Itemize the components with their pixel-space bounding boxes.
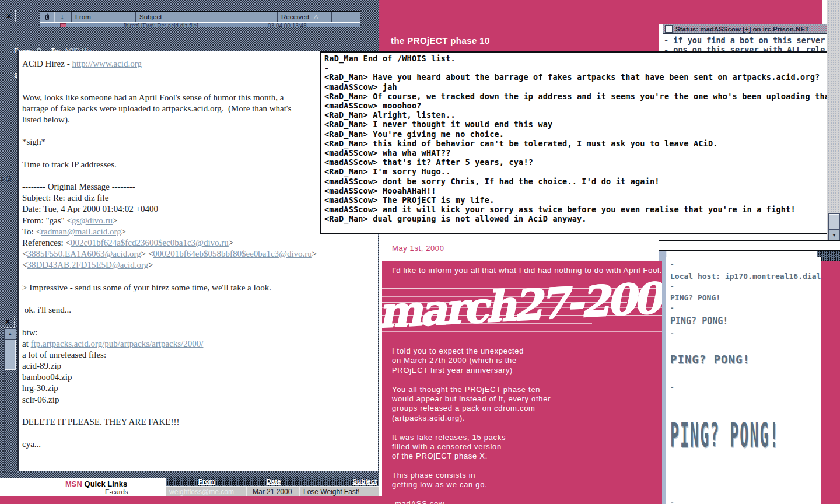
- hyperlink[interactable]: radman@mail.acid.org: [41, 227, 121, 236]
- text-segment: References: <: [22, 238, 71, 247]
- email-body-line: btw:: [22, 328, 378, 339]
- received-label: Received: [281, 13, 309, 20]
- close-button[interactable]: x: [1, 316, 15, 328]
- scrollbar-thumb[interactable]: [828, 214, 840, 230]
- project-date-line: May 1st, 2000: [392, 244, 444, 253]
- from-column-header[interactable]: From: [72, 12, 136, 22]
- text-segment: >: [121, 227, 126, 236]
- project-text-line: groups released a pack on cdrom.com: [392, 404, 551, 413]
- project-text-line: You all thought the PROjECT phase ten: [392, 385, 551, 394]
- ping-line: Local host: ip170.montreal16.dialu: [670, 272, 821, 281]
- hyperlink[interactable]: 002c01bf624a$fcd23600$ec0ba1c3@divo.ru: [71, 238, 229, 247]
- desktop-collage: Status: madASScow [+] on irc.Prison.NET …: [0, 0, 840, 504]
- project-text-line: would appear but instead of it, every ot…: [392, 394, 551, 404]
- inbox-table-header: From Date Subject: [166, 477, 379, 486]
- hyperlink[interactable]: 000201bf64eb$058bbf80$ee0ba1c3@divo.ru: [153, 249, 312, 258]
- email-body-line: [22, 272, 378, 283]
- text-segment: To: <: [22, 227, 41, 236]
- project-text-line: It was fake releases, 15 packs: [392, 433, 551, 442]
- email-body-line: at ftp.artpacks.acid.org/pub/artpacks/ar…: [22, 339, 378, 350]
- date-header[interactable]: Date: [247, 477, 300, 486]
- project-page-bottom-strip: [0, 496, 385, 504]
- status-window-scrollbar[interactable]: ▼: [827, 0, 840, 240]
- ping-line: PING? PONG!: [670, 352, 821, 366]
- status-window-titlebar[interactable]: Status: madASScow [+] on irc.Prison.NET: [663, 24, 828, 34]
- irc-chat-line: <madASScow> and it will kick your sorry …: [324, 205, 827, 214]
- irc-chat-line: <madASScow> that's it? After 5 years, cy…: [324, 158, 827, 167]
- ping-line: -: [670, 499, 821, 504]
- project-text-line: filled with a censored version: [392, 442, 551, 452]
- subject-header[interactable]: Subject: [300, 477, 379, 486]
- paperclip-icon: [44, 13, 50, 20]
- email-body-line: References: <002c01bf624a$fcd23600$ec0ba…: [22, 238, 378, 249]
- project-text-line: [392, 490, 551, 499]
- email-body-line: cya...: [22, 439, 378, 450]
- ping-line: -: [670, 261, 821, 268]
- irc-chat-window: RaD_Man End of /WHOIS list.-<RaD_Man> Ha…: [320, 51, 827, 235]
- text-segment: ACiD Hirez -: [22, 59, 72, 68]
- status-window-title: Status: madASScow [+] on irc.Prison.NET: [676, 26, 809, 33]
- msn-logo: MSN: [65, 480, 82, 488]
- project-text-line: on March 27th 2000 (which is the: [392, 356, 551, 365]
- sort-ascending-icon: △: [314, 13, 318, 20]
- irc-chat-line: RaD_Man End of /WHOIS list.: [324, 54, 827, 63]
- irc-chat-line: <RaD_Man> this kind of behavior can't be…: [324, 139, 827, 148]
- project-text-line: [392, 375, 551, 384]
- irc-chat-line: <madASScow> MooahAHaH!!: [324, 186, 827, 195]
- email-body-line: acid-89.zip: [22, 361, 378, 372]
- project-page-right-strip: [821, 260, 840, 504]
- hyperlink[interactable]: http://www.acid.org: [72, 59, 142, 68]
- text-segment: at: [22, 339, 31, 348]
- folder-fragment: s (2: [1, 175, 11, 182]
- text-segment: >: [229, 238, 233, 247]
- ecards-link[interactable]: E-cards: [105, 488, 128, 495]
- irc-chat-log: RaD_Man End of /WHOIS list.-<RaD_Man> Ha…: [321, 52, 827, 224]
- email-scrollbar[interactable]: ▲: [4, 328, 18, 473]
- project-text-line: -madASS.cow: [392, 499, 551, 504]
- subject-column-header[interactable]: Subject: [136, 12, 278, 22]
- irc-chat-line: <madASScow> wha wha wHAT??: [324, 148, 827, 158]
- scrollbar-thumb[interactable]: [5, 340, 16, 370]
- hyperlink[interactable]: 3885F550.EA1A6063@acid.org: [27, 249, 141, 258]
- email-body-line: a lot of unreleased files:: [22, 350, 378, 361]
- close-button[interactable]: x: [2, 10, 16, 22]
- irc-chat-line: <madASScow> The PROjECT is my life.: [324, 195, 827, 205]
- irc-chat-line: <RaD_Man> I never thought it would end t…: [324, 120, 827, 129]
- row-subject: [hirez] [Fwd: Re: acid diz file]: [124, 23, 198, 27]
- project-page-title: the PROjECT phase 10: [391, 36, 490, 46]
- email-body-line: ok. i'll send...: [22, 305, 378, 316]
- priority-column-header[interactable]: ↓: [55, 12, 72, 22]
- text-segment: >: [148, 260, 153, 270]
- email-body-line: > Impressive - send us some of your hire…: [22, 283, 378, 294]
- email-body-line: [22, 316, 378, 327]
- project-text-line: of the PROjECT phase X.: [392, 452, 551, 461]
- ping-pong-panel: -Local host: ip170.montreal16.dialu-PING…: [666, 257, 821, 504]
- from-header[interactable]: From: [166, 477, 247, 486]
- project-text-line: PROjECT first year anniversary): [392, 366, 551, 375]
- document-icon: [665, 25, 673, 33]
- scrollbar-up-button[interactable]: ▲: [5, 329, 16, 340]
- irc-chat-line: <madASScow> jah: [324, 82, 827, 92]
- irc-chat-line: <RaD_Man> You're giving me no choice.: [324, 130, 827, 139]
- hyperlink[interactable]: ftp.artpacks.acid.org/pub/artpacks/artpa…: [31, 339, 204, 348]
- scrollbar-down-button[interactable]: ▼: [828, 230, 840, 241]
- hyperlink[interactable]: 38DD43AB.2FD15E5D@acid.org: [27, 260, 148, 270]
- hyperlink[interactable]: gs@divo.ru: [72, 216, 113, 225]
- row-received: 03.04.00 13:48: [268, 23, 307, 27]
- msn-quick-links-title: MSN Quick Links: [65, 480, 127, 488]
- project-text-line: [392, 461, 551, 471]
- project-intro-line: I'd like to inform you all that what I d…: [392, 266, 662, 275]
- project-text-line: (artpacks.acid.org).: [392, 414, 551, 423]
- attachment-column-header[interactable]: [40, 12, 55, 22]
- email-body-line: hrg-30.zip: [22, 383, 378, 394]
- text-segment: From: "gas" <: [22, 216, 72, 225]
- received-column-header[interactable]: Received △: [278, 12, 332, 22]
- handwriting-march27: march27-200 D: [382, 281, 662, 335]
- irc-chat-line: -: [324, 63, 827, 72]
- irc-input-line[interactable]: [659, 240, 840, 251]
- irc-chat-line: <RaD_Man> Of course, we tracked down the…: [324, 92, 827, 101]
- irc-chat-line: <RaD_Man> Alright, listen..: [324, 110, 827, 120]
- project-statement-panel: I'd like to inform you all that what I d…: [382, 261, 662, 504]
- project-text-line: getting low as we can go.: [392, 480, 551, 489]
- selected-message-row[interactable]: [hirez] [Fwd: Re: acid diz file] 03.04.0…: [40, 22, 360, 27]
